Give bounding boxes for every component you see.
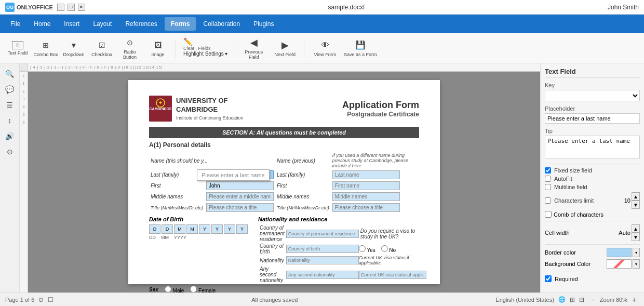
- first-prev-input[interactable]: [332, 181, 400, 190]
- comb-checkbox[interactable]: [545, 211, 552, 218]
- combo-box-btn[interactable]: ⊞ Combo Box: [32, 35, 59, 61]
- menu-file[interactable]: File: [4, 17, 26, 31]
- highlight-top: ✏️: [183, 37, 192, 46]
- menu-bar: File Home Insert Layout References Forms…: [0, 15, 644, 33]
- language-label: English (United States): [495, 297, 554, 303]
- menu-forms[interactable]: Forms: [165, 17, 196, 31]
- last-family-prev-input-cell: [331, 169, 419, 180]
- nationality-label: Nationality: [258, 255, 286, 265]
- middle-names-prev-input-cell: [331, 191, 419, 202]
- dob-m1[interactable]: [174, 224, 185, 234]
- comments-btn[interactable]: 💬: [3, 82, 17, 97]
- characters-counter: 10 ▲ ▼: [624, 192, 640, 209]
- autofit-checkbox[interactable]: [545, 176, 551, 182]
- restore-btn[interactable]: □: [68, 4, 75, 11]
- placeholder-input[interactable]: [545, 113, 640, 124]
- menu-plugins[interactable]: Plugins: [247, 17, 280, 31]
- menu-collaboration[interactable]: Collaboration: [197, 17, 246, 31]
- vertical-ruler: L 1 2 3 4 5 6: [20, 72, 28, 292]
- plugins-side-btn[interactable]: ⊙: [3, 144, 17, 159]
- text-field-label: Text Field: [8, 50, 28, 56]
- first-prev-input-cell: [331, 180, 419, 191]
- background-color-dropdown-btn[interactable]: ▾: [633, 259, 640, 269]
- text-field-btn[interactable]: T| Text Field: [4, 35, 31, 61]
- title-prev-input[interactable]: [332, 203, 400, 212]
- border-color-dropdown-btn[interactable]: ▾: [633, 248, 640, 257]
- autofit-row: AutoFit: [545, 176, 640, 182]
- fixed-size-checkbox[interactable]: [545, 167, 551, 174]
- panel-title: Text Field: [545, 68, 640, 78]
- last-family-prev-input[interactable]: [332, 170, 400, 179]
- toolbar: T| Text Field ⊞ Combo Box ▼ Dropdown ☑ C…: [0, 33, 644, 63]
- separator-3: [304, 39, 304, 58]
- highlight-settings-btn[interactable]: ✏️ Cleat , Fields Highlight Settings ▾: [180, 35, 231, 61]
- menu-home[interactable]: Home: [28, 17, 57, 31]
- table-row-middle: Middle names Middle names: [149, 191, 419, 202]
- dob-y2[interactable]: [211, 224, 223, 234]
- required-checkbox[interactable]: [545, 275, 552, 282]
- characters-limit-checkbox[interactable]: [545, 197, 551, 204]
- title-input-cell: [205, 202, 275, 213]
- radio-button-btn[interactable]: ⊙ Radio Button: [116, 35, 143, 61]
- tip-textarea[interactable]: Please enter a last name: [545, 136, 640, 158]
- key-select[interactable]: [545, 90, 640, 101]
- table-row-first: First First: [149, 180, 419, 191]
- view-form-btn[interactable]: 👁 View Form: [308, 35, 342, 61]
- checkbox-btn[interactable]: ☑ Checkbox: [88, 35, 115, 61]
- minimize-btn[interactable]: ─: [57, 4, 64, 11]
- dob-y4[interactable]: [236, 224, 248, 234]
- zoom-minus-btn[interactable]: −: [588, 295, 598, 304]
- compare-btn[interactable]: ↕: [3, 113, 17, 128]
- document-scroll-area[interactable]: CAMBRIDGE ✦ UNIVERSITY OFCAMBRIDGE Insti…: [28, 72, 540, 292]
- country-perm-label: Country of permanent residence: [258, 224, 286, 243]
- border-color-picker[interactable]: [607, 248, 632, 257]
- no-radio[interactable]: [381, 245, 388, 252]
- close-btn[interactable]: ✕: [78, 4, 85, 11]
- svg-text:CAMBRIDGE: CAMBRIDGE: [149, 107, 171, 111]
- middle-names-prev-input[interactable]: [332, 192, 400, 201]
- dob-d2[interactable]: [162, 224, 173, 234]
- radio-button-icon: ⊙: [124, 37, 136, 48]
- chars-decrement-btn[interactable]: ▼: [632, 201, 640, 209]
- background-color-picker[interactable]: [607, 259, 632, 269]
- female-radio[interactable]: [190, 286, 197, 292]
- middle-names-input[interactable]: [206, 192, 274, 201]
- first-input[interactable]: [206, 181, 274, 190]
- multiline-checkbox[interactable]: [545, 184, 551, 190]
- first-label: First: [149, 180, 205, 191]
- country-perm-input[interactable]: [286, 230, 359, 238]
- menu-insert[interactable]: Insert: [58, 17, 86, 31]
- image-btn[interactable]: 🖼 Image: [144, 35, 171, 61]
- headings-btn[interactable]: ☰: [3, 98, 17, 112]
- all-changes-saved: All changes saved: [251, 297, 298, 303]
- menu-references[interactable]: References: [119, 17, 163, 31]
- second-nationality-input[interactable]: [286, 271, 359, 279]
- audio-btn[interactable]: 🔊: [3, 129, 17, 143]
- uk-visa-input[interactable]: [359, 271, 426, 279]
- view-form-icon: 👁: [319, 39, 331, 51]
- dob-m2[interactable]: [186, 224, 198, 234]
- male-label: Male: [165, 286, 184, 292]
- dob-y1[interactable]: [199, 224, 210, 234]
- menu-layout[interactable]: Layout: [87, 17, 118, 31]
- save-as-form-btn[interactable]: 💾 Save as a Form: [344, 35, 377, 61]
- prev-field-btn[interactable]: ◀ Previous Field: [239, 35, 269, 61]
- male-radio[interactable]: [165, 286, 171, 292]
- dob-d1[interactable]: [149, 224, 160, 234]
- chars-increment-btn[interactable]: ▲: [632, 192, 640, 201]
- title-input[interactable]: [206, 203, 274, 212]
- cell-width-increment-btn[interactable]: ▲: [632, 224, 640, 233]
- prev-field-label: Previous Field: [239, 49, 269, 60]
- next-field-btn[interactable]: ▶ Next Field: [271, 35, 300, 61]
- cell-width-decrement-btn[interactable]: ▼: [632, 233, 640, 241]
- search-btn[interactable]: 🔍: [3, 66, 17, 81]
- highlight-icon: ✏️: [183, 37, 192, 46]
- zoom-plus-btn[interactable]: +: [629, 295, 639, 304]
- divider-3: [545, 244, 640, 245]
- country-birth-input[interactable]: [286, 245, 359, 253]
- dropdown-btn[interactable]: ▼ Dropdown: [60, 35, 87, 61]
- dob-y3[interactable]: [224, 224, 235, 234]
- yes-radio[interactable]: [359, 245, 366, 252]
- checkbox-label: Checkbox: [91, 52, 112, 57]
- nationality-input[interactable]: [286, 256, 359, 264]
